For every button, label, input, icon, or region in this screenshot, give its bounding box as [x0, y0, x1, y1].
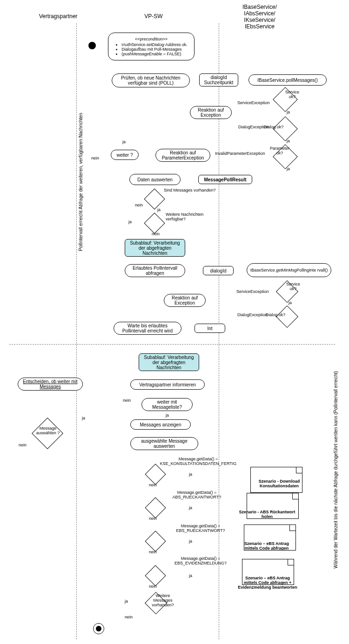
precondition-note: <<precondition>> IAuthService.setDialog-… — [108, 33, 195, 60]
label-weitere-messages: Weitere Messages vorhanden? — [144, 593, 181, 607]
lane-services: IBaseService/ IAbsService/ IKseService/ … — [232, 4, 288, 30]
label-scenario-1: Szenario - Download Konsultationsdaten — [251, 479, 307, 488]
label-cond-kse: Message.getData() = KSE_KONSULTATIONSDAT… — [152, 457, 245, 466]
side-label-poll-loop: Pollintervall erreicht Abfrage der weite… — [78, 113, 83, 251]
poll-check: Prüfen, ob neue Nachrichten verfügbar si… — [112, 73, 190, 87]
label-message-auswaehlen: Message auswählen ? — [32, 426, 64, 435]
data-int: Int — [195, 324, 225, 333]
label-ja-weitere: ja — [125, 599, 128, 604]
label-nein-weiter: nein — [91, 156, 99, 160]
decision-continue-messagelist: weiter mit Messageliste? — [141, 398, 193, 411]
precondition-list: IAuthService.setDialog-Address ok.Dialog… — [121, 42, 188, 56]
label-ja-c1: ja — [189, 472, 192, 477]
decision-kse — [145, 464, 166, 485]
label-ja-list: ja — [166, 413, 169, 418]
label-nein-mv: nein — [135, 203, 143, 207]
label-scenario-3: Szenario – eBS Antrag mittels Code abfra… — [232, 541, 302, 551]
label-service-ok-2: Service ok? — [279, 282, 307, 291]
label-cond-ebs-rueck: Message.getData() = EBS_RUECKANTWORT? — [166, 524, 235, 533]
decision-weitere-nachrichten — [144, 212, 165, 233]
label-ja-c3: ja — [189, 539, 192, 544]
label-nein-list: nein — [123, 398, 131, 403]
label-nein-wn: nein — [152, 232, 160, 236]
label-service-ok-1: Service ok? — [278, 90, 306, 99]
data-dialogid-suchzeitpunkt: dialogId Suchzeitpunkt — [199, 73, 238, 86]
messages-anzeigen: Messages anzeigen — [130, 419, 191, 430]
label-dialogexception-1: DialogException — [238, 125, 268, 129]
label-ja-weiter: ja — [122, 139, 126, 144]
label-ja-c2: ja — [189, 505, 192, 510]
lane-vertragspartner: Vertragspartner — [28, 13, 88, 20]
label-parameter-ok: Parameter ok? — [263, 146, 296, 155]
decision-abs — [145, 497, 166, 518]
evaluate-selected-message: ausgewählte Message auswerten — [130, 437, 198, 450]
lane-vpsw: VP-SW — [135, 13, 172, 20]
label-scenario-4: Szenario – eBS Antrag mittels Code abfra… — [228, 576, 307, 590]
data-messagepollresult: MessagePollResult — [198, 175, 252, 184]
label-messages-vorhanden: Sind Messages vorhanden? — [164, 188, 224, 193]
decide-continue-messages: Entscheiden, ob weiter mit Messages — [18, 378, 83, 391]
label-invalidparam: InvalidParameterException — [215, 151, 265, 156]
label-weitere-nachrichten: Weitere Nachrichten verfügbar? — [166, 212, 217, 221]
label-ja-dlg1: ja — [287, 139, 290, 143]
lane-divider-1 — [76, 23, 77, 639]
label-serviceexception-1: ServiceException — [237, 100, 270, 105]
label-ja-wn: ja — [128, 219, 132, 224]
label-scenario-2: Szenario - ABS Rückantwort holen — [230, 510, 304, 519]
daten-auswerten: Daten auswerten — [129, 174, 181, 185]
label-nein-weitere: nein — [125, 615, 133, 619]
decision-weiter: weiter ? — [111, 150, 139, 160]
label-nein-c1: nein — [149, 483, 157, 487]
subflow-process-messages-1: Subablauf: Verarbeitung der abgefragten … — [125, 239, 185, 257]
decision-ebs-rueck — [145, 531, 166, 551]
react-paramexception: Reaktion auf ParameterException — [155, 149, 210, 162]
activity-diagram: Vertragspartner VP-SW IBaseService/ IAbs… — [0, 0, 349, 644]
label-ja-svc1: ja — [287, 110, 290, 114]
poll-interval-query: Erlaubtes Pollintervall abfragen — [125, 264, 185, 277]
react-exception-1: Reaktion auf Exception — [190, 106, 232, 119]
decision-messages-vorhanden — [144, 188, 165, 209]
call-pollmessages: IBaseService.pollMessages() — [248, 74, 327, 86]
label-serviceexception-2: ServiceException — [236, 289, 269, 294]
decision-ebs-evidenz — [145, 565, 166, 586]
label-dialogexception-2: DialogException — [237, 312, 268, 317]
react-exception-2: Reaktion auf Exception — [164, 294, 206, 307]
label-cond-abs: Message.getData() = ABS_RUECKANTWORT? — [162, 490, 232, 499]
label-ja-par: ja — [287, 166, 290, 171]
label-ja-ausw: ja — [82, 416, 85, 420]
section-divider — [9, 344, 335, 345]
inform-vertragspartner: Vertragspartner informieren — [130, 379, 205, 390]
final-node — [93, 623, 104, 634]
side-label-waiting: Während der Wartezeit bis die nächste Ab… — [333, 358, 338, 581]
data-dialogid: dialogId — [203, 266, 234, 275]
label-ja-svc2: ja — [289, 300, 292, 305]
label-nein-ausw: nein — [19, 443, 27, 447]
label-cond-ebs-evidenz: Message.getData() = EBS_EVIDENZMELDUNG? — [166, 556, 235, 565]
label-ja-c4: ja — [189, 573, 192, 578]
initial-node — [88, 42, 96, 49]
wait-pollinterval: Warte bis erlaubtes Pollintervall erreic… — [114, 322, 181, 335]
label-nein-c3: nein — [149, 550, 157, 554]
precondition-header: <<precondition>> — [135, 37, 168, 41]
call-getminmsgpollinginterval: IBaseService.getMinMsgPollingInte rvall(… — [247, 263, 331, 277]
subflow-process-messages-2: Subablauf: Verarbeitung der abgefragten … — [139, 353, 199, 371]
label-nein-c4: nein — [149, 584, 157, 589]
label-ja-mv: ja — [157, 207, 161, 212]
label-nein-c2: nein — [149, 516, 157, 521]
